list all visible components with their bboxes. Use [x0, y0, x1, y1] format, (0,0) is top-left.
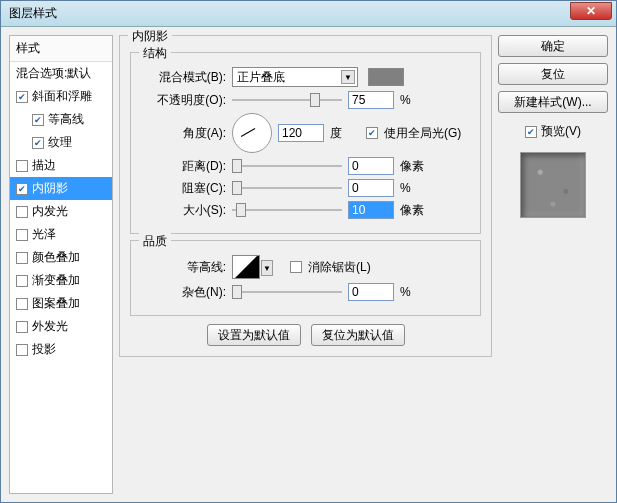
style-item-checkbox[interactable]: [16, 321, 28, 333]
style-item-label: 等高线: [48, 111, 84, 128]
blend-mode-select[interactable]: 正片叠底 ▼: [232, 67, 358, 87]
chevron-down-icon: ▼: [341, 70, 355, 84]
style-item-7[interactable]: 颜色叠加: [10, 246, 112, 269]
blend-options-item[interactable]: 混合选项:默认: [10, 62, 112, 85]
style-item-4[interactable]: 内阴影: [10, 177, 112, 200]
style-item-5[interactable]: 内发光: [10, 200, 112, 223]
size-unit: 像素: [400, 202, 430, 219]
choke-label: 阻塞(C):: [141, 180, 226, 197]
angle-input[interactable]: 120: [278, 124, 324, 142]
style-item-10[interactable]: 外发光: [10, 315, 112, 338]
contour-picker[interactable]: ▼: [232, 255, 260, 279]
choke-input[interactable]: 0: [348, 179, 394, 197]
size-slider[interactable]: [232, 203, 342, 217]
style-item-11[interactable]: 投影: [10, 338, 112, 361]
style-item-label: 光泽: [32, 226, 56, 243]
antialias-checkbox[interactable]: [290, 261, 302, 273]
size-input[interactable]: 10: [348, 201, 394, 219]
structure-group: 结构 混合模式(B): 正片叠底 ▼ 不透明度(O): 75 %: [130, 52, 481, 234]
style-item-8[interactable]: 渐变叠加: [10, 269, 112, 292]
style-item-6[interactable]: 光泽: [10, 223, 112, 246]
style-item-checkbox[interactable]: [16, 229, 28, 241]
style-item-3[interactable]: 描边: [10, 154, 112, 177]
opacity-slider[interactable]: [232, 93, 342, 107]
distance-slider[interactable]: [232, 159, 342, 173]
close-button[interactable]: ✕: [570, 2, 612, 20]
opacity-input[interactable]: 75: [348, 91, 394, 109]
layer-style-dialog: 图层样式 ✕ 样式 混合选项:默认 斜面和浮雕等高线纹理描边内阴影内发光光泽颜色…: [0, 0, 617, 503]
close-icon: ✕: [586, 4, 596, 18]
angle-dial[interactable]: [232, 113, 272, 153]
opacity-unit: %: [400, 93, 430, 107]
style-item-label: 内发光: [32, 203, 68, 220]
style-item-checkbox[interactable]: [16, 183, 28, 195]
inner-shadow-group: 内阴影 结构 混合模式(B): 正片叠底 ▼ 不透明度(O):: [119, 35, 492, 357]
style-item-checkbox[interactable]: [16, 344, 28, 356]
noise-input[interactable]: 0: [348, 283, 394, 301]
style-item-2[interactable]: 纹理: [10, 131, 112, 154]
choke-unit: %: [400, 181, 430, 195]
style-item-label: 纹理: [48, 134, 72, 151]
blend-mode-label: 混合模式(B):: [141, 69, 226, 86]
style-item-checkbox[interactable]: [16, 160, 28, 172]
style-item-label: 投影: [32, 341, 56, 358]
style-item-label: 内阴影: [32, 180, 68, 197]
style-item-label: 斜面和浮雕: [32, 88, 92, 105]
style-list-panel: 样式 混合选项:默认 斜面和浮雕等高线纹理描边内阴影内发光光泽颜色叠加渐变叠加图…: [9, 35, 113, 494]
preview-thumbnail: [520, 152, 586, 218]
style-item-checkbox[interactable]: [16, 298, 28, 310]
style-item-0[interactable]: 斜面和浮雕: [10, 85, 112, 108]
quality-group: 品质 等高线: ▼ 消除锯齿(L) 杂色(N): 0 %: [130, 240, 481, 316]
blend-options-label: 混合选项:默认: [16, 65, 91, 82]
opacity-label: 不透明度(O):: [141, 92, 226, 109]
color-swatch[interactable]: [368, 68, 404, 86]
structure-legend: 结构: [139, 45, 171, 62]
style-item-checkbox[interactable]: [16, 275, 28, 287]
blend-mode-value: 正片叠底: [237, 69, 285, 86]
contour-label: 等高线:: [141, 259, 226, 276]
global-light-checkbox[interactable]: [366, 127, 378, 139]
style-item-label: 颜色叠加: [32, 249, 80, 266]
style-item-label: 描边: [32, 157, 56, 174]
titlebar: 图层样式 ✕: [1, 1, 616, 27]
style-item-9[interactable]: 图案叠加: [10, 292, 112, 315]
preview-label: 预览(V): [541, 123, 581, 140]
preview-checkbox[interactable]: [525, 126, 537, 138]
style-item-label: 渐变叠加: [32, 272, 80, 289]
style-item-label: 外发光: [32, 318, 68, 335]
window-title: 图层样式: [9, 5, 570, 22]
style-item-checkbox[interactable]: [16, 91, 28, 103]
make-default-button[interactable]: 设置为默认值: [207, 324, 301, 346]
angle-unit: 度: [330, 125, 360, 142]
style-item-label: 图案叠加: [32, 295, 80, 312]
style-item-1[interactable]: 等高线: [10, 108, 112, 131]
style-item-checkbox[interactable]: [16, 252, 28, 264]
style-item-checkbox[interactable]: [32, 114, 44, 126]
antialias-label: 消除锯齿(L): [308, 259, 371, 276]
quality-legend: 品质: [139, 233, 171, 250]
style-list-header: 样式: [10, 36, 112, 62]
settings-panel: 内阴影 结构 混合模式(B): 正片叠底 ▼ 不透明度(O):: [119, 35, 492, 494]
ok-button[interactable]: 确定: [498, 35, 608, 57]
size-label: 大小(S):: [141, 202, 226, 219]
chevron-down-icon: ▼: [261, 260, 273, 276]
style-item-checkbox[interactable]: [32, 137, 44, 149]
style-item-checkbox[interactable]: [16, 206, 28, 218]
noise-label: 杂色(N):: [141, 284, 226, 301]
panel-title: 内阴影: [128, 28, 172, 45]
distance-input[interactable]: 0: [348, 157, 394, 175]
distance-label: 距离(D):: [141, 158, 226, 175]
cancel-button[interactable]: 复位: [498, 63, 608, 85]
reset-default-button[interactable]: 复位为默认值: [311, 324, 405, 346]
angle-label: 角度(A):: [141, 125, 226, 142]
new-style-button[interactable]: 新建样式(W)...: [498, 91, 608, 113]
action-panel: 确定 复位 新建样式(W)... 预览(V): [498, 35, 608, 494]
choke-slider[interactable]: [232, 181, 342, 195]
noise-slider[interactable]: [232, 285, 342, 299]
noise-unit: %: [400, 285, 430, 299]
distance-unit: 像素: [400, 158, 430, 175]
global-light-label: 使用全局光(G): [384, 125, 461, 142]
